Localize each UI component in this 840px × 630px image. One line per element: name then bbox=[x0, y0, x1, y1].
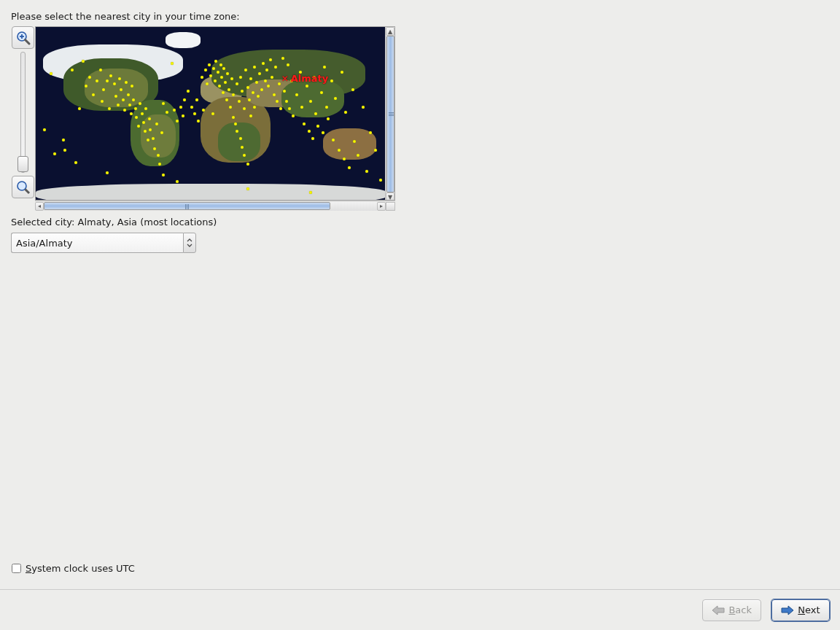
city-dot[interactable] bbox=[117, 104, 120, 106]
city-dot[interactable] bbox=[182, 114, 184, 117]
city-dot[interactable] bbox=[248, 98, 251, 101]
city-dot[interactable] bbox=[374, 149, 377, 152]
city-dot[interactable] bbox=[123, 109, 126, 112]
city-dot[interactable] bbox=[379, 179, 382, 182]
city-dot[interactable] bbox=[122, 98, 125, 101]
city-dot[interactable] bbox=[316, 125, 319, 128]
map-vertical-scrollbar[interactable]: ▲ ▼ bbox=[385, 27, 394, 201]
city-dot[interactable] bbox=[193, 112, 196, 115]
city-dot[interactable] bbox=[279, 107, 282, 110]
city-dot[interactable] bbox=[142, 121, 145, 124]
city-dot[interactable] bbox=[190, 106, 193, 109]
vscroll-thumb[interactable] bbox=[386, 36, 394, 192]
city-dot[interactable] bbox=[338, 149, 341, 152]
city-dot[interactable] bbox=[334, 97, 337, 100]
city-dot[interactable] bbox=[108, 107, 111, 110]
city-dot[interactable] bbox=[139, 102, 141, 105]
city-dot[interactable] bbox=[325, 106, 328, 109]
city-dot[interactable] bbox=[134, 107, 137, 110]
scroll-right-icon[interactable]: ▸ bbox=[377, 202, 386, 211]
city-dot[interactable] bbox=[225, 98, 228, 101]
city-dot[interactable] bbox=[273, 93, 276, 96]
city-dot[interactable] bbox=[348, 166, 351, 169]
city-dot[interactable] bbox=[351, 88, 354, 91]
hscroll-thumb[interactable] bbox=[44, 202, 330, 210]
city-dot[interactable] bbox=[96, 79, 98, 82]
city-dot[interactable] bbox=[269, 58, 272, 61]
city-dot[interactable] bbox=[125, 81, 128, 84]
city-dot[interactable] bbox=[78, 107, 81, 110]
city-dot[interactable] bbox=[292, 114, 295, 117]
city-dot[interactable] bbox=[365, 170, 368, 173]
city-dot[interactable] bbox=[219, 63, 222, 66]
city-dot[interactable] bbox=[300, 106, 303, 109]
city-dot[interactable] bbox=[201, 76, 203, 79]
city-dot[interactable] bbox=[153, 147, 156, 150]
city-dot[interactable] bbox=[362, 106, 365, 109]
city-dot[interactable] bbox=[239, 137, 242, 140]
city-dot[interactable] bbox=[106, 79, 109, 82]
scroll-up-icon[interactable]: ▲ bbox=[386, 27, 394, 36]
city-dot[interactable] bbox=[171, 62, 174, 65]
city-dot[interactable] bbox=[241, 146, 244, 149]
map-horizontal-scrollbar[interactable]: ◂ ▸ bbox=[35, 201, 395, 211]
scroll-down-icon[interactable]: ▼ bbox=[386, 192, 394, 201]
zoom-slider[interactable] bbox=[20, 52, 26, 173]
combobox-spinner-icon[interactable] bbox=[183, 233, 196, 253]
city-dot[interactable] bbox=[208, 63, 211, 66]
city-dot[interactable] bbox=[173, 109, 176, 112]
scroll-left-icon[interactable]: ◂ bbox=[35, 202, 44, 211]
city-dot[interactable] bbox=[214, 79, 217, 82]
city-dot[interactable] bbox=[212, 67, 215, 70]
city-dot[interactable] bbox=[130, 112, 133, 115]
city-dot[interactable] bbox=[295, 93, 298, 96]
city-dot[interactable] bbox=[162, 102, 165, 105]
city-dot[interactable] bbox=[43, 128, 46, 131]
city-dot[interactable] bbox=[281, 57, 284, 60]
city-dot[interactable] bbox=[217, 71, 219, 74]
city-dot[interactable] bbox=[135, 116, 138, 119]
city-dot[interactable] bbox=[106, 171, 109, 174]
map-viewport[interactable]: ✕Almaty ▲ ▼ bbox=[35, 26, 395, 201]
city-dot[interactable] bbox=[218, 85, 221, 88]
city-dot[interactable] bbox=[308, 130, 311, 133]
city-dot[interactable] bbox=[209, 74, 212, 77]
city-dot[interactable] bbox=[131, 85, 133, 88]
city-dot[interactable] bbox=[63, 149, 66, 152]
city-dot[interactable] bbox=[187, 90, 190, 93]
city-dot[interactable] bbox=[128, 104, 131, 106]
city-dot[interactable] bbox=[253, 66, 256, 69]
city-dot[interactable] bbox=[246, 163, 249, 166]
city-dot[interactable] bbox=[285, 100, 288, 103]
city-dot[interactable] bbox=[183, 98, 186, 101]
city-dot[interactable] bbox=[343, 158, 346, 160]
next-button[interactable]: Next bbox=[771, 599, 830, 621]
city-dot[interactable] bbox=[228, 88, 230, 91]
city-dot[interactable] bbox=[322, 131, 324, 134]
city-dot[interactable] bbox=[152, 137, 155, 140]
timezone-combobox[interactable]: Asia/Almaty bbox=[11, 233, 196, 253]
utc-checkbox[interactable] bbox=[12, 564, 21, 573]
city-dot[interactable] bbox=[211, 112, 214, 115]
city-dot[interactable] bbox=[53, 152, 56, 155]
zoom-out-button[interactable] bbox=[12, 176, 34, 198]
zoom-slider-thumb[interactable] bbox=[18, 156, 28, 172]
city-dot[interactable] bbox=[239, 76, 242, 79]
city-dot[interactable] bbox=[162, 174, 165, 176]
city-dot[interactable] bbox=[311, 137, 314, 140]
city-dot[interactable] bbox=[246, 86, 249, 89]
city-dot[interactable] bbox=[195, 98, 198, 101]
city-dot[interactable] bbox=[255, 81, 258, 84]
city-dot[interactable] bbox=[246, 187, 249, 190]
city-dot[interactable] bbox=[147, 139, 149, 141]
city-dot[interactable] bbox=[260, 88, 263, 91]
city-dot[interactable] bbox=[253, 106, 256, 109]
city-dot[interactable] bbox=[176, 180, 179, 183]
city-dot[interactable] bbox=[330, 79, 333, 82]
city-dot[interactable] bbox=[62, 139, 65, 141]
city-dot[interactable] bbox=[74, 161, 77, 164]
city-dot[interactable] bbox=[109, 74, 112, 77]
city-dot[interactable] bbox=[166, 111, 168, 114]
city-dot[interactable] bbox=[92, 93, 95, 96]
city-dot[interactable] bbox=[303, 122, 306, 125]
